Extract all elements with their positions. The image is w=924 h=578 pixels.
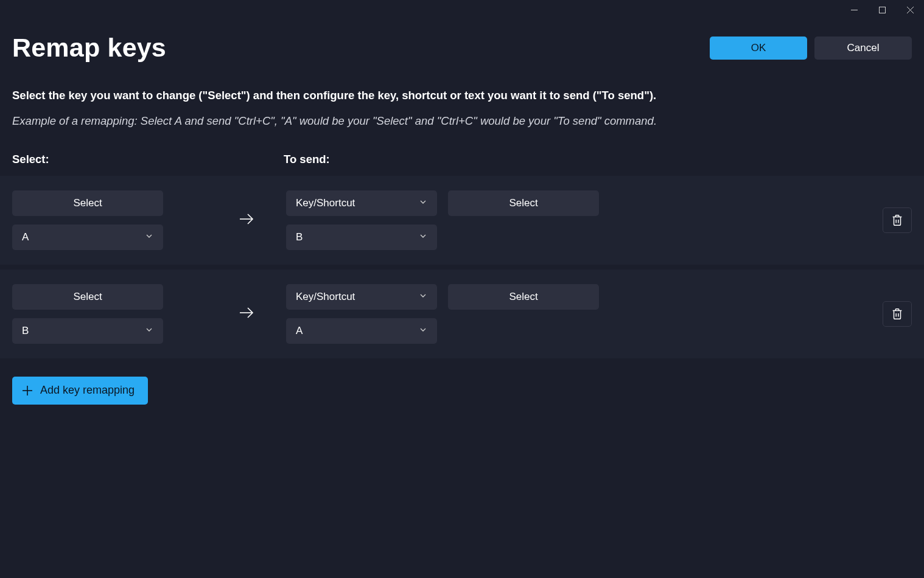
maximize-icon xyxy=(879,7,886,13)
tosend-type-dropdown[interactable]: Key/Shortcut xyxy=(286,190,437,216)
window-titlebar xyxy=(0,0,924,19)
tosend-type-value: Key/Shortcut xyxy=(296,197,355,209)
tosend-type-stack: Key/Shortcut A xyxy=(286,284,437,344)
select-column-label: Select: xyxy=(12,153,284,166)
mapping-delete-column xyxy=(869,207,912,233)
plus-icon xyxy=(21,384,34,397)
mapping-delete-column xyxy=(869,301,912,327)
trash-icon xyxy=(891,214,904,227)
tosend-key-value: B xyxy=(296,231,303,243)
tosend-select-button[interactable]: Select xyxy=(448,190,599,216)
tosend-key-value: A xyxy=(296,325,303,337)
mapping-tosend-column: Key/Shortcut A Select xyxy=(286,284,869,344)
ok-button[interactable]: OK xyxy=(710,37,807,60)
window-close-button[interactable] xyxy=(896,0,924,19)
chevron-down-icon xyxy=(419,291,427,303)
header-actions: OK Cancel xyxy=(710,37,912,60)
mapping-arrow xyxy=(207,304,286,324)
minimize-icon xyxy=(851,7,858,13)
chevron-down-icon xyxy=(419,325,427,337)
tosend-type-stack: Key/Shortcut B xyxy=(286,190,437,250)
add-key-remapping-label: Add key remapping xyxy=(40,384,135,397)
mapping-tosend-column: Key/Shortcut B Select xyxy=(286,190,869,250)
tosend-select-button[interactable]: Select xyxy=(448,284,599,310)
select-key-value: B xyxy=(22,325,29,337)
tosend-type-dropdown[interactable]: Key/Shortcut xyxy=(286,284,437,310)
tosend-key-dropdown[interactable]: B xyxy=(286,225,437,250)
intro-main-text: Select the key you want to change ("Sele… xyxy=(12,87,912,104)
add-key-remapping-button[interactable]: Add key remapping xyxy=(12,377,148,405)
page-title: Remap keys xyxy=(12,33,166,63)
tosend-type-value: Key/Shortcut xyxy=(296,291,355,303)
arrow-right-icon xyxy=(237,210,256,231)
trash-icon xyxy=(891,307,904,321)
select-key-dropdown[interactable]: B xyxy=(12,318,163,344)
select-key-dropdown[interactable]: A xyxy=(12,225,163,250)
arrow-right-icon xyxy=(237,304,256,324)
svg-rect-1 xyxy=(879,7,885,13)
cancel-button[interactable]: Cancel xyxy=(814,37,912,60)
select-key-button[interactable]: Select xyxy=(12,284,163,310)
close-icon xyxy=(907,7,914,13)
columns-header: Select: To send: xyxy=(0,130,924,176)
mapping-select-column: Select A xyxy=(12,190,207,250)
window-minimize-button[interactable] xyxy=(840,0,868,19)
delete-mapping-button[interactable] xyxy=(883,301,912,327)
tosend-column-label: To send: xyxy=(284,153,330,166)
delete-mapping-button[interactable] xyxy=(883,207,912,233)
mapping-row: Select A Key/Shortcut B xyxy=(0,176,924,265)
mapping-row: Select B Key/Shortcut A xyxy=(0,270,924,358)
mapping-arrow xyxy=(207,210,286,231)
select-key-value: A xyxy=(22,231,29,243)
header: Remap keys OK Cancel xyxy=(0,19,924,63)
select-key-button[interactable]: Select xyxy=(12,190,163,216)
chevron-down-icon xyxy=(145,231,153,243)
chevron-down-icon xyxy=(419,197,427,209)
tosend-key-dropdown[interactable]: A xyxy=(286,318,437,344)
intro-example-text: Example of a remapping: Select A and sen… xyxy=(12,113,912,130)
window-maximize-button[interactable] xyxy=(868,0,896,19)
footer: Add key remapping xyxy=(0,363,924,418)
chevron-down-icon xyxy=(145,325,153,337)
intro: Select the key you want to change ("Sele… xyxy=(0,63,924,130)
mapping-select-column: Select B xyxy=(12,284,207,344)
chevron-down-icon xyxy=(419,231,427,243)
